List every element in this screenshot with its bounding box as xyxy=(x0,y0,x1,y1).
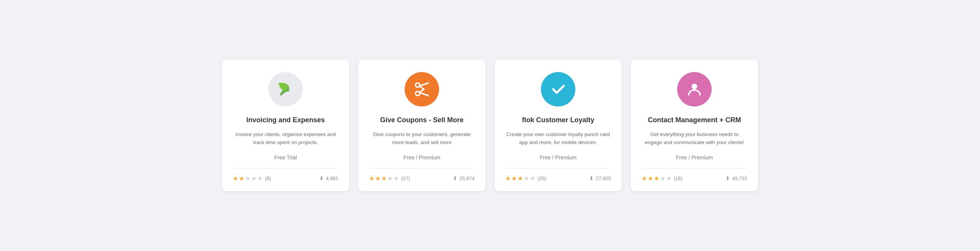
card-badge: Free / Premium xyxy=(676,154,713,161)
card-title: Contact Management + CRM xyxy=(648,116,741,125)
cards-container: Invoicing and Expenses Invoice your clie… xyxy=(222,60,758,191)
star: ★ xyxy=(524,175,529,182)
app-icon xyxy=(405,72,439,107)
installs-count: 25,974 xyxy=(459,176,475,181)
card-description: Create your own customer loyalty punch c… xyxy=(505,130,611,147)
rating-section: ★★★★★ (27) xyxy=(369,175,410,182)
star: ★ xyxy=(642,175,647,182)
download-icon: ⬇ xyxy=(589,175,594,181)
installs-count: 4,981 xyxy=(326,176,338,181)
rating-count: (16) xyxy=(674,176,683,181)
star: ★ xyxy=(394,175,399,182)
star: ★ xyxy=(245,175,250,182)
card-3: flok Customer Loyalty Create your own cu… xyxy=(495,60,622,191)
stars: ★★★★★ xyxy=(642,175,671,182)
card-title: Invoicing and Expenses xyxy=(246,116,325,125)
card-description: Give coupons to your customers, generate… xyxy=(369,130,475,147)
card-badge: Free Trial xyxy=(274,154,297,161)
star: ★ xyxy=(666,175,671,182)
card-1: Invoicing and Expenses Invoice your clie… xyxy=(222,60,349,191)
star: ★ xyxy=(648,175,653,182)
star: ★ xyxy=(375,175,381,182)
rating-count: (25) xyxy=(537,176,546,181)
card-footer: ★★★★★ (25) ⬇ 27,905 xyxy=(505,175,611,182)
card-description: Invoice your clients, organize expenses … xyxy=(233,130,338,147)
stars: ★★★★★ xyxy=(505,175,535,182)
star: ★ xyxy=(511,175,517,182)
app-icon xyxy=(677,72,712,107)
svg-point-6 xyxy=(692,84,697,90)
download-icon: ⬇ xyxy=(725,175,730,181)
installs-count: 27,905 xyxy=(596,176,611,181)
star: ★ xyxy=(660,175,665,182)
star: ★ xyxy=(387,175,393,182)
rating-section: ★★★★★ (16) xyxy=(642,175,683,182)
divider xyxy=(369,168,475,169)
svg-line-3 xyxy=(420,92,428,95)
star: ★ xyxy=(654,175,659,182)
card-footer: ★★★★★ (16) ⬇ 49,731 xyxy=(642,175,747,182)
star: ★ xyxy=(239,175,244,182)
card-4: Contact Management + CRM Get everything … xyxy=(631,60,758,191)
installs-count: 49,731 xyxy=(732,176,747,181)
app-icon xyxy=(268,72,303,107)
card-2: Give Coupons - Sell More Give coupons to… xyxy=(358,60,485,191)
svg-line-5 xyxy=(420,89,424,92)
card-badge: Free / Premium xyxy=(403,154,440,161)
rating-section: ★★★★★ (8) xyxy=(233,175,271,182)
rating-section: ★★★★★ (25) xyxy=(505,175,546,182)
download-icon: ⬇ xyxy=(453,175,457,181)
stars: ★★★★★ xyxy=(369,175,399,182)
card-title: Give Coupons - Sell More xyxy=(380,116,464,125)
card-description: Get everything your business needs to en… xyxy=(642,130,747,147)
star: ★ xyxy=(233,175,238,182)
star: ★ xyxy=(257,175,263,182)
installs-section: ⬇ 27,905 xyxy=(589,175,611,181)
download-icon: ⬇ xyxy=(319,175,324,181)
card-title: flok Customer Loyalty xyxy=(522,116,594,125)
stars: ★★★★★ xyxy=(233,175,263,182)
rating-count: (8) xyxy=(265,176,271,181)
star: ★ xyxy=(369,175,374,182)
rating-count: (27) xyxy=(401,176,410,181)
star: ★ xyxy=(505,175,511,182)
svg-line-2 xyxy=(420,83,428,86)
star: ★ xyxy=(251,175,256,182)
divider xyxy=(233,168,338,169)
svg-line-4 xyxy=(420,86,424,89)
divider xyxy=(505,168,611,169)
installs-section: ⬇ 4,981 xyxy=(319,175,338,181)
card-badge: Free / Premium xyxy=(540,154,577,161)
card-footer: ★★★★★ (8) ⬇ 4,981 xyxy=(233,175,338,182)
star: ★ xyxy=(530,175,535,182)
installs-section: ⬇ 49,731 xyxy=(725,175,747,181)
installs-section: ⬇ 25,974 xyxy=(453,175,475,181)
card-footer: ★★★★★ (27) ⬇ 25,974 xyxy=(369,175,475,182)
star: ★ xyxy=(381,175,387,182)
divider xyxy=(642,168,747,169)
app-icon xyxy=(541,72,575,107)
star: ★ xyxy=(518,175,523,182)
